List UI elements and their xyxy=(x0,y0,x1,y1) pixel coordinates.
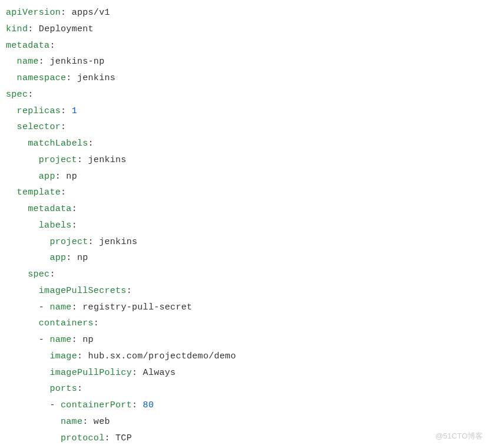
code-line: imagePullPolicy: Always xyxy=(6,365,484,381)
code-line: name: web xyxy=(6,414,484,430)
code-line: apiVersion: apps/v1 xyxy=(6,5,484,21)
code-line: name: jenkins-np xyxy=(6,54,484,70)
code-line: - containerPort: 80 xyxy=(6,397,484,414)
code-line: spec: xyxy=(6,266,484,283)
code-line: imagePullSecrets: xyxy=(6,283,484,299)
code-line: kind: Deployment xyxy=(6,21,484,38)
code-line: selector: xyxy=(6,119,484,136)
code-line: app: np xyxy=(6,169,484,185)
code-line: spec: xyxy=(6,87,484,103)
code-line: image: hub.sx.com/projectdemo/demo xyxy=(6,348,484,365)
code-line: namespace: jenkins xyxy=(6,70,484,87)
code-line: - name: registry-pull-secret xyxy=(6,299,484,316)
code-line: template: xyxy=(6,185,484,201)
code-line: project: jenkins xyxy=(6,152,484,169)
code-line: - name: np xyxy=(6,332,484,348)
code-line: labels: xyxy=(6,218,484,234)
yaml-code-block: apiVersion: apps/v1kind: Deploymentmetad… xyxy=(6,5,484,446)
code-line: metadata: xyxy=(6,201,484,218)
code-line: containers: xyxy=(6,315,484,332)
code-line: replicas: 1 xyxy=(6,103,484,120)
code-line: metadata: xyxy=(6,38,484,54)
code-line: app: np xyxy=(6,250,484,266)
watermark: @51CTO博客 xyxy=(435,429,483,443)
code-line: ports: xyxy=(6,381,484,397)
code-line: protocol: TCP xyxy=(6,430,484,447)
code-line: matchLabels: xyxy=(6,136,484,152)
code-line: project: jenkins xyxy=(6,234,484,251)
